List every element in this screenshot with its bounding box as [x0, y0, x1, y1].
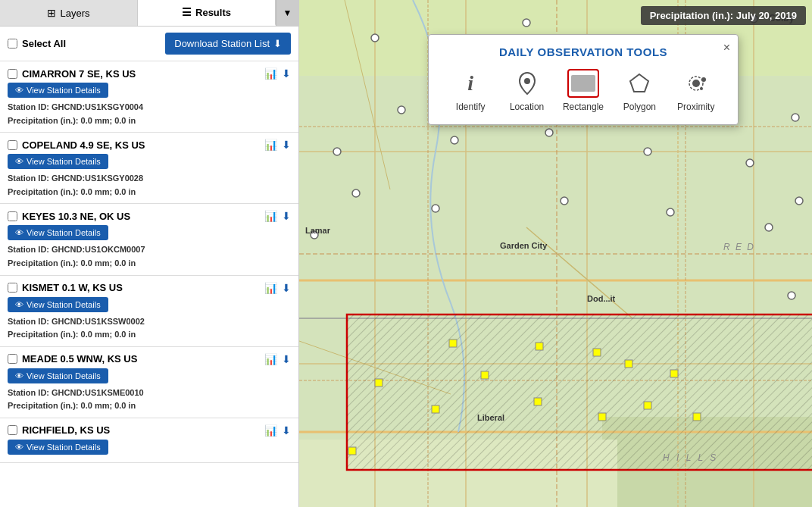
svg-rect-60: [348, 447, 356, 455]
precip-value: 0.0 mm; 0.0 in: [81, 116, 136, 125]
eye-icon: 👁: [15, 300, 23, 309]
station-item: KISMET 0.1 W, KS US 📊 ⬇ 👁 View Station D…: [0, 276, 298, 347]
location-icon: [511, 69, 543, 98]
precip-value: 0.0 mm; 0.0 in: [81, 258, 136, 268]
svg-point-35: [545, 129, 553, 136]
select-all-checkbox[interactable]: [8, 39, 17, 49]
view-station-details-button[interactable]: 👁 View Station Details: [8, 225, 108, 240]
station-checkbox-5[interactable]: [8, 425, 17, 435]
svg-point-63: [788, 292, 795, 299]
tools-popup-close-button[interactable]: ×: [723, 41, 730, 55]
station-download-icon[interactable]: ⬇: [282, 67, 291, 80]
precip-label: Precipitation (in.):: [8, 116, 79, 125]
station-checkbox-3[interactable]: [8, 283, 17, 293]
bar-chart-icon[interactable]: 📊: [264, 139, 277, 151]
station-header: KEYES 10.3 NE, OK US 📊 ⬇: [8, 210, 291, 222]
svg-rect-47: [347, 315, 812, 470]
view-station-details-button[interactable]: 👁 View Station Details: [8, 368, 108, 383]
rectangle-icon: [567, 69, 599, 98]
station-download-icon[interactable]: ⬇: [282, 424, 291, 437]
eye-icon: 👁: [15, 371, 23, 380]
station-name-row: MEADE 0.5 WNW, KS US: [8, 353, 137, 365]
bar-chart-icon[interactable]: 📊: [264, 210, 277, 222]
precip-label: Precipitation (in.):: [8, 187, 79, 196]
station-info: Station ID: GHCND:US1KSGY0028 Precipitat…: [8, 172, 291, 199]
tab-layers[interactable]: ⊞ Layers: [0, 0, 138, 26]
station-id-label: Station ID:: [8, 174, 49, 183]
station-info: Station ID: GHCND:US1OKCM0007 Precipitat…: [8, 243, 291, 270]
station-item: COPELAND 4.9 SE, KS US 📊 ⬇ 👁 View Statio…: [0, 133, 298, 204]
svg-point-74: [524, 78, 530, 84]
station-actions: 📊 ⬇: [264, 424, 291, 437]
view-details-label: View Station Details: [27, 443, 101, 452]
proximity-icon: [680, 69, 712, 98]
bar-chart-icon[interactable]: 📊: [264, 282, 277, 294]
svg-rect-53: [625, 360, 632, 368]
station-download-icon[interactable]: ⬇: [282, 139, 291, 151]
station-id-value: GHCND:US1KSGY0004: [52, 102, 143, 111]
select-all-row: Select All Download Station List ⬇: [0, 27, 298, 61]
bar-chart-icon[interactable]: 📊: [264, 424, 277, 437]
download-icon: ⬇: [273, 38, 282, 49]
view-details-label: View Station Details: [27, 86, 101, 95]
bar-chart-icon[interactable]: 📊: [264, 67, 277, 80]
station-list: CIMARRON 7 SE, KS US 📊 ⬇ 👁 View Station …: [0, 61, 298, 507]
station-name: MEADE 0.5 WNW, KS US: [22, 353, 137, 365]
station-id-value: GHCND:US1KSME0010: [52, 388, 144, 397]
station-checkbox-0[interactable]: [8, 69, 17, 79]
view-station-details-button[interactable]: 👁 View Station Details: [8, 297, 108, 312]
station-name: KISMET 0.1 W, KS US: [22, 282, 123, 293]
station-actions: 📊 ⬇: [264, 210, 291, 222]
identify-icon: i: [454, 69, 486, 98]
view-station-details-button[interactable]: 👁 View Station Details: [8, 154, 108, 169]
station-download-icon[interactable]: ⬇: [282, 353, 291, 365]
station-checkbox-2[interactable]: [8, 211, 17, 221]
svg-point-24: [371, 34, 379, 42]
station-checkbox-4[interactable]: [8, 354, 17, 364]
station-actions: 📊 ⬇: [264, 282, 291, 294]
station-name: RICHFIELD, KS US: [22, 424, 110, 436]
view-station-details-button[interactable]: 👁 View Station Details: [8, 440, 108, 455]
svg-rect-49: [536, 343, 543, 350]
station-id-label: Station ID:: [8, 245, 49, 254]
station-download-icon[interactable]: ⬇: [282, 282, 291, 294]
svg-rect-50: [593, 349, 601, 356]
station-id-value: GHCND:US1KSSW0002: [52, 317, 145, 326]
svg-point-76: [692, 80, 700, 87]
precip-value: 0.0 mm; 0.0 in: [81, 401, 136, 410]
tool-proximity[interactable]: Proximity: [673, 69, 719, 112]
station-name-row: KEYES 10.3 NE, OK US: [8, 211, 130, 222]
tool-polygon[interactable]: Polygon: [617, 69, 662, 112]
station-header: KISMET 0.1 W, KS US 📊 ⬇: [8, 282, 291, 294]
view-station-details-button[interactable]: 👁 View Station Details: [8, 83, 108, 98]
tools-row: i Identify Location Rectangl: [442, 69, 724, 112]
select-all-label[interactable]: Select All: [8, 38, 66, 49]
bar-chart-icon[interactable]: 📊: [264, 353, 277, 365]
station-id-label: Station ID:: [8, 388, 49, 397]
precip-value: 0.0 mm; 0.0 in: [81, 187, 136, 196]
station-header: COPELAND 4.9 SE, KS US 📊 ⬇: [8, 139, 291, 151]
tool-rectangle[interactable]: Rectangle: [561, 69, 606, 112]
svg-point-39: [765, 224, 773, 231]
tabs-row: ⊞ Layers ☰ Results ▼: [0, 0, 298, 27]
panel-collapse-btn[interactable]: ▼: [276, 0, 298, 26]
station-actions: 📊 ⬇: [264, 67, 291, 80]
svg-rect-56: [534, 398, 542, 405]
eye-icon: 👁: [15, 443, 23, 452]
layers-icon: ⊞: [47, 7, 56, 19]
svg-rect-52: [481, 371, 489, 379]
download-station-list-button[interactable]: Download Station List ⬇: [165, 33, 291, 55]
station-download-icon[interactable]: ⬇: [282, 210, 291, 222]
svg-marker-75: [630, 74, 648, 92]
tab-results[interactable]: ☰ Results: [138, 0, 276, 26]
view-details-label: View Station Details: [27, 157, 101, 166]
eye-icon: 👁: [15, 86, 23, 95]
station-actions: 📊 ⬇: [264, 353, 291, 365]
tool-location[interactable]: Location: [504, 69, 550, 112]
svg-text:Dod...it: Dod...it: [587, 294, 616, 303]
station-checkbox-1[interactable]: [8, 140, 17, 150]
tool-identify[interactable]: i Identify: [448, 69, 493, 112]
precip-value: 0.0 mm; 0.0 in: [81, 330, 136, 339]
svg-text:R E D: R E D: [723, 242, 755, 252]
station-info: Station ID: GHCND:US1KSSW0002 Precipitat…: [8, 315, 291, 342]
